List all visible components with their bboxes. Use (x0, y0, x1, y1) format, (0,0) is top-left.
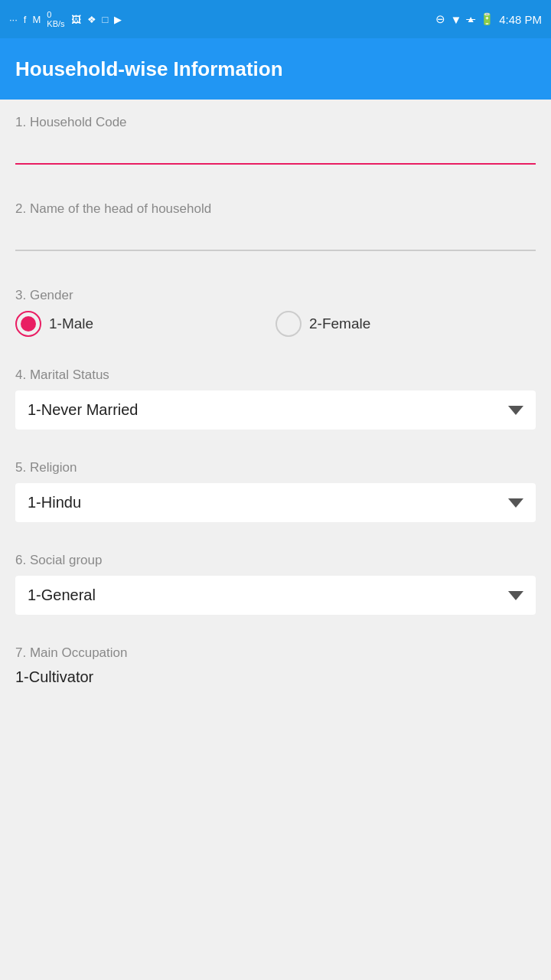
gender-female-radio[interactable] (276, 311, 302, 337)
gender-female-label: 2-Female (309, 315, 370, 332)
household-code-label: 1. Household Code (15, 115, 536, 130)
status-bar: ··· f M 0KB/s 🖼 ❖ □ ▶ ⊖ ▼ ▲ 🔋 4:48 PM (0, 0, 551, 38)
status-bar-left-icons: ··· f M 0KB/s 🖼 ❖ □ ▶ (9, 10, 122, 28)
head-name-input[interactable] (15, 224, 536, 251)
religion-chevron-down-icon (508, 498, 523, 508)
religion-value: 1-Hindu (28, 494, 81, 511)
main-occupation-partial-value: 1-Cultivator (15, 668, 93, 685)
gender-male-option[interactable]: 1-Male (15, 311, 276, 337)
head-name-input-wrapper[interactable] (15, 224, 536, 257)
notification-dots-icon: ··· (9, 14, 18, 25)
kbs-speed-label: 0KB/s (47, 10, 64, 28)
app-header: Household-wise Information (0, 38, 551, 100)
page-title: Household-wise Information (15, 57, 283, 81)
field-head-name: 2. Name of the head of household (0, 186, 551, 257)
facebook-icon: f (24, 14, 27, 25)
youtube-icon: ▶ (114, 14, 122, 25)
social-group-value: 1-General (28, 586, 96, 604)
gender-male-radio[interactable] (15, 311, 41, 337)
household-code-input-wrapper[interactable] (15, 138, 536, 171)
gender-female-option[interactable]: 2-Female (276, 311, 536, 337)
field-marital-status: 4. Marital Status 1-Never Married (0, 352, 551, 430)
battery-icon: 🔋 (480, 12, 494, 26)
dropbox-icon: ❖ (87, 14, 96, 25)
religion-select[interactable]: 1-Hindu (15, 483, 536, 522)
form-content: 1. Household Code 2. Name of the head of… (0, 100, 551, 689)
religion-label: 5. Religion (15, 460, 536, 475)
field-religion: 5. Religion 1-Hindu (0, 445, 551, 522)
status-bar-right-icons: ⊖ ▼ ▲ 🔋 4:48 PM (435, 12, 542, 26)
marital-status-value: 1-Never Married (28, 401, 138, 419)
social-group-chevron-down-icon (508, 591, 523, 600)
time-display: 4:48 PM (499, 13, 542, 26)
marital-status-chevron-down-icon (508, 406, 523, 415)
household-code-input[interactable] (15, 138, 536, 165)
field-social-group: 6. Social group 1-General (0, 537, 551, 615)
wifi-icon: ▼ (450, 13, 461, 26)
wifi-off-icon: ▲ (466, 14, 475, 24)
field-household-code: 1. Household Code (0, 100, 551, 171)
gender-label: 3. Gender (15, 288, 536, 303)
gender-radio-group: 1-Male 2-Female (15, 311, 536, 337)
gmail-icon: M (32, 14, 41, 25)
field-main-occupation: 7. Main Occupation 1-Cultivator (0, 630, 551, 689)
marital-status-select[interactable]: 1-Never Married (15, 390, 536, 430)
head-name-label: 2. Name of the head of household (15, 201, 536, 217)
square-icon: □ (103, 14, 109, 25)
marital-status-label: 4. Marital Status (15, 368, 536, 383)
gender-male-label: 1-Male (49, 315, 93, 332)
gallery-icon: 🖼 (71, 14, 81, 25)
social-group-label: 6. Social group (15, 553, 536, 568)
social-group-select[interactable]: 1-General (15, 576, 536, 615)
minus-circle-icon: ⊖ (435, 12, 445, 26)
main-occupation-label: 7. Main Occupation (15, 645, 536, 661)
field-gender: 3. Gender 1-Male 2-Female (0, 273, 551, 337)
